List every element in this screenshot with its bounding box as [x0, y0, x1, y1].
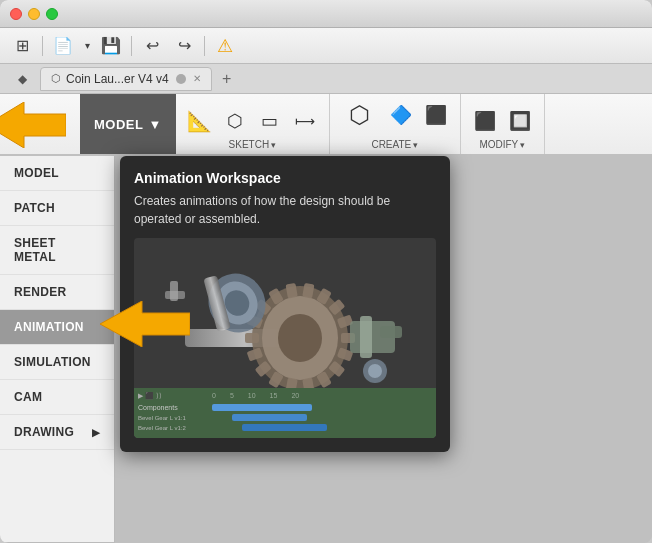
fusion-logo-icon: ◆: [8, 65, 36, 93]
modify-caret-icon[interactable]: ▾: [520, 140, 525, 150]
timeline-strip: ▶ ⬛ ⟩⟩ 0 5 10 15 20 Components Bevel Gea…: [134, 388, 436, 438]
svg-rect-29: [360, 316, 372, 358]
menu-item-animation[interactable]: ANIMATION: [0, 310, 114, 345]
create-label-text: CREATE: [371, 139, 411, 150]
warning-icon[interactable]: ⚠: [211, 32, 239, 60]
modify-label: MODIFY ▾: [479, 139, 525, 150]
menu-item-cam-label: CAM: [14, 390, 42, 404]
content-area: MODEL PATCH SHEET METAL RENDER ANIMATION…: [0, 156, 652, 543]
sketch-caret-icon[interactable]: ▾: [271, 140, 276, 150]
minimize-button[interactable]: [28, 8, 40, 20]
menu-item-patch-label: PATCH: [14, 201, 55, 215]
workspace-selector[interactable]: MODEL ▼: [80, 94, 176, 154]
create-btn-2[interactable]: 🔷: [385, 99, 417, 131]
sketch-label-text: SKETCH: [229, 139, 270, 150]
toolbar: ⊞ 📄 ▾ 💾 ↩ ↪ ⚠: [0, 28, 652, 64]
workspace-label: MODEL: [94, 117, 143, 132]
traffic-lights: [10, 8, 58, 20]
svg-marker-0: [0, 102, 66, 148]
sketch-btn-4[interactable]: ⟼: [289, 105, 321, 137]
sketch-btn-1[interactable]: 📐: [184, 105, 216, 137]
sketch-btn-3[interactable]: ▭: [254, 105, 286, 137]
ribbon-group-modify: ⬛ 🔲 MODIFY ▾: [461, 94, 545, 154]
menu-item-animation-label: ANIMATION: [14, 320, 84, 334]
preview-description: Creates animations of how the design sho…: [134, 192, 436, 228]
animation-arrow-indicator: [100, 301, 190, 351]
tab-icon: ⬡: [51, 72, 61, 85]
workspace-caret-icon: ▼: [148, 117, 161, 132]
toolbar-separator: [42, 36, 43, 56]
close-button[interactable]: [10, 8, 22, 20]
create-icons: ⬡ 🔷 ⬛: [338, 93, 452, 137]
menu-item-drawing[interactable]: DRAWING ▶: [0, 415, 114, 450]
tab-close-icon[interactable]: ✕: [193, 73, 201, 84]
toolbar-separator-2: [131, 36, 132, 56]
menu-item-model[interactable]: MODEL: [0, 156, 114, 191]
sketch-label: SKETCH ▾: [229, 139, 277, 150]
tab-main[interactable]: ⬡ Coin Lau...er V4 v4 ✕: [40, 67, 212, 91]
modify-btn-2[interactable]: 🔲: [504, 105, 536, 137]
tab-bar: ◆ ⬡ Coin Lau...er V4 v4 ✕ +: [0, 64, 652, 94]
new-tab-button[interactable]: +: [216, 68, 238, 90]
svg-rect-30: [380, 326, 402, 338]
arrow-left-indicator: [0, 102, 66, 152]
toolbar-separator-3: [204, 36, 205, 56]
svg-marker-1: [100, 301, 190, 347]
tab-label: Coin Lau...er V4 v4: [66, 72, 169, 86]
menu-item-sheet-metal-label: SHEET METAL: [14, 236, 56, 264]
grid-icon[interactable]: ⊞: [8, 32, 36, 60]
menu-item-cam[interactable]: CAM: [0, 380, 114, 415]
ribbon: MODEL ▼ 📐 ⬡ ▭ ⟼ SKETCH ▾ ⬡ 🔷 ⬛ CREATE ▾ …: [0, 94, 652, 156]
modify-btn-1[interactable]: ⬛: [469, 105, 501, 137]
undo-icon[interactable]: ↩: [138, 32, 166, 60]
menu-item-sheet-metal[interactable]: SHEET METAL: [0, 226, 114, 275]
sketch-btn-2[interactable]: ⬡: [219, 105, 251, 137]
menu-item-render-label: RENDER: [14, 285, 66, 299]
ribbon-group-sketch: 📐 ⬡ ▭ ⟼ SKETCH ▾: [176, 94, 330, 154]
redo-icon[interactable]: ↪: [170, 32, 198, 60]
modify-icons: ⬛ 🔲: [469, 105, 536, 137]
menu-item-simulation-label: SIMULATION: [14, 355, 91, 369]
title-bar: [0, 0, 652, 28]
drawing-submenu-icon: ▶: [92, 427, 100, 438]
workspace-dropdown-menu: MODEL PATCH SHEET METAL RENDER ANIMATION…: [0, 156, 115, 543]
tab-status-dot: [176, 74, 186, 84]
menu-item-simulation[interactable]: SIMULATION: [0, 345, 114, 380]
create-label: CREATE ▾: [371, 139, 418, 150]
save-icon[interactable]: 💾: [97, 32, 125, 60]
preview-title: Animation Workspace: [134, 170, 436, 186]
modify-label-text: MODIFY: [479, 139, 518, 150]
svg-point-5: [278, 314, 322, 362]
menu-item-model-label: MODEL: [14, 166, 59, 180]
svg-rect-20: [245, 333, 259, 343]
create-btn-3[interactable]: ⬛: [420, 99, 452, 131]
svg-point-34: [368, 364, 382, 378]
create-btn-1[interactable]: ⬡: [338, 93, 382, 137]
ribbon-group-create: ⬡ 🔷 ⬛ CREATE ▾: [330, 94, 461, 154]
menu-item-patch[interactable]: PATCH: [0, 191, 114, 226]
menu-item-render[interactable]: RENDER: [0, 275, 114, 310]
create-caret-icon[interactable]: ▾: [413, 140, 418, 150]
svg-rect-32: [170, 281, 178, 301]
file-icon[interactable]: 📄: [49, 32, 77, 60]
sketch-icons: 📐 ⬡ ▭ ⟼: [184, 105, 321, 137]
menu-item-drawing-label: DRAWING: [14, 425, 74, 439]
maximize-button[interactable]: [46, 8, 58, 20]
file-caret-icon[interactable]: ▾: [81, 32, 93, 60]
